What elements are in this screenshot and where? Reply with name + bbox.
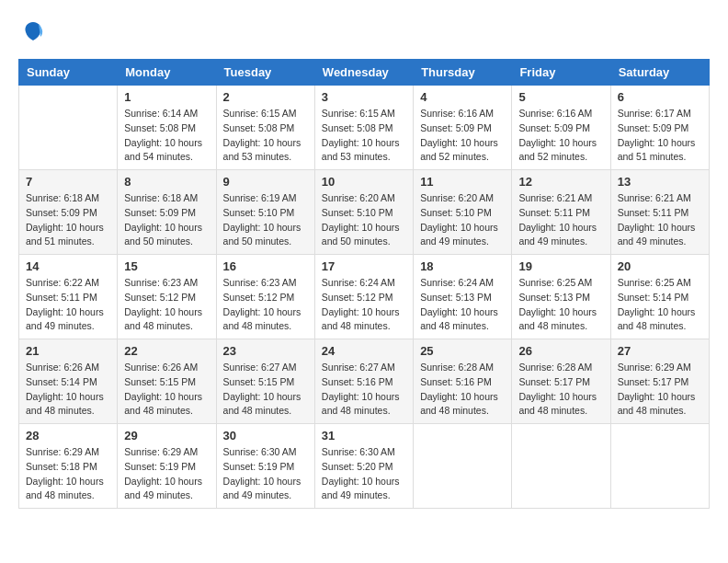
- day-info: Sunrise: 6:23 AM Sunset: 5:12 PM Dayligh…: [223, 276, 308, 334]
- day-cell-0-2: 2 Sunrise: 6:15 AM Sunset: 5:08 PM Dayli…: [216, 86, 314, 170]
- day-cell-1-1: 8 Sunrise: 6:18 AM Sunset: 5:09 PM Dayli…: [118, 170, 216, 255]
- daylight: Daylight: 10 hours and 49 minutes.: [518, 221, 603, 250]
- day-info: Sunrise: 6:18 AM Sunset: 5:09 PM Dayligh…: [26, 191, 110, 249]
- daylight: Daylight: 10 hours and 48 minutes.: [26, 475, 110, 504]
- day-cell-2-3: 17 Sunrise: 6:24 AM Sunset: 5:12 PM Dayl…: [314, 255, 413, 339]
- sunset: Sunset: 5:15 PM: [223, 375, 308, 390]
- day-info: Sunrise: 6:29 AM Sunset: 5:17 PM Dayligh…: [618, 361, 702, 419]
- daylight: Daylight: 10 hours and 48 minutes.: [322, 390, 406, 419]
- col-wednesday: Wednesday: [314, 60, 413, 86]
- sunrise: Sunrise: 6:30 AM: [223, 445, 308, 460]
- sunset: Sunset: 5:15 PM: [124, 375, 209, 390]
- day-cell-2-1: 15 Sunrise: 6:23 AM Sunset: 5:12 PM Dayl…: [118, 255, 216, 339]
- day-number: 20: [618, 259, 702, 273]
- sunset: Sunset: 5:20 PM: [322, 460, 406, 475]
- day-number: 17: [322, 259, 406, 273]
- daylight: Daylight: 10 hours and 50 minutes.: [223, 221, 308, 250]
- col-friday: Friday: [512, 60, 610, 86]
- sunrise: Sunrise: 6:21 AM: [518, 191, 603, 206]
- sunrise: Sunrise: 6:25 AM: [518, 276, 603, 291]
- sunrise: Sunrise: 6:26 AM: [124, 361, 209, 375]
- sunset: Sunset: 5:17 PM: [518, 375, 603, 390]
- day-info: Sunrise: 6:17 AM Sunset: 5:09 PM Dayligh…: [618, 107, 702, 165]
- sunset: Sunset: 5:09 PM: [124, 206, 209, 221]
- day-number: 14: [26, 259, 110, 273]
- day-number: 22: [124, 344, 209, 358]
- daylight: Daylight: 10 hours and 48 minutes.: [420, 305, 505, 335]
- day-cell-0-0: [19, 86, 118, 170]
- sunrise: Sunrise: 6:18 AM: [124, 191, 209, 206]
- week-row-4: 21 Sunrise: 6:26 AM Sunset: 5:14 PM Dayl…: [19, 339, 710, 424]
- daylight: Daylight: 10 hours and 52 minutes.: [420, 136, 505, 166]
- day-info: Sunrise: 6:16 AM Sunset: 5:09 PM Dayligh…: [518, 107, 603, 165]
- day-cell-3-3: 24 Sunrise: 6:27 AM Sunset: 5:16 PM Dayl…: [314, 339, 413, 424]
- day-cell-4-3: 31 Sunrise: 6:30 AM Sunset: 5:20 PM Dayl…: [314, 424, 413, 509]
- sunrise: Sunrise: 6:29 AM: [618, 361, 702, 375]
- daylight: Daylight: 10 hours and 51 minutes.: [618, 136, 702, 166]
- day-number: 1: [124, 90, 209, 104]
- sunrise: Sunrise: 6:16 AM: [420, 107, 505, 121]
- day-cell-4-6: [610, 424, 709, 509]
- daylight: Daylight: 10 hours and 48 minutes.: [322, 305, 406, 335]
- day-info: Sunrise: 6:27 AM Sunset: 5:15 PM Dayligh…: [223, 361, 308, 419]
- sunset: Sunset: 5:12 PM: [223, 291, 308, 305]
- daylight: Daylight: 10 hours and 49 minutes.: [124, 475, 209, 504]
- day-cell-3-6: 27 Sunrise: 6:29 AM Sunset: 5:17 PM Dayl…: [610, 339, 709, 424]
- daylight: Daylight: 10 hours and 48 minutes.: [223, 390, 308, 419]
- sunrise: Sunrise: 6:17 AM: [618, 107, 702, 121]
- day-info: Sunrise: 6:21 AM Sunset: 5:11 PM Dayligh…: [518, 191, 603, 249]
- day-number: 5: [518, 90, 603, 104]
- sunrise: Sunrise: 6:20 AM: [322, 191, 406, 206]
- day-cell-1-0: 7 Sunrise: 6:18 AM Sunset: 5:09 PM Dayli…: [19, 170, 118, 255]
- day-info: Sunrise: 6:26 AM Sunset: 5:14 PM Dayligh…: [26, 361, 110, 419]
- day-info: Sunrise: 6:25 AM Sunset: 5:14 PM Dayligh…: [618, 276, 702, 334]
- day-cell-1-4: 11 Sunrise: 6:20 AM Sunset: 5:10 PM Dayl…: [414, 170, 512, 255]
- sunrise: Sunrise: 6:14 AM: [124, 107, 209, 121]
- sunset: Sunset: 5:19 PM: [124, 460, 209, 475]
- sunrise: Sunrise: 6:25 AM: [618, 276, 702, 291]
- day-number: 15: [124, 259, 209, 273]
- sunset: Sunset: 5:16 PM: [420, 375, 505, 390]
- day-cell-0-4: 4 Sunrise: 6:16 AM Sunset: 5:09 PM Dayli…: [414, 86, 512, 170]
- day-number: 7: [26, 175, 110, 189]
- sunset: Sunset: 5:16 PM: [322, 375, 406, 390]
- day-cell-0-3: 3 Sunrise: 6:15 AM Sunset: 5:08 PM Dayli…: [314, 86, 413, 170]
- sunset: Sunset: 5:14 PM: [618, 291, 702, 305]
- day-cell-4-5: [512, 424, 610, 509]
- day-info: Sunrise: 6:28 AM Sunset: 5:17 PM Dayligh…: [518, 361, 603, 419]
- sunset: Sunset: 5:09 PM: [26, 206, 110, 221]
- daylight: Daylight: 10 hours and 48 minutes.: [124, 305, 209, 335]
- day-number: 4: [420, 90, 505, 104]
- sunrise: Sunrise: 6:29 AM: [124, 445, 209, 460]
- sunrise: Sunrise: 6:30 AM: [322, 445, 406, 460]
- sunset: Sunset: 5:09 PM: [618, 121, 702, 136]
- sunset: Sunset: 5:19 PM: [223, 460, 308, 475]
- day-number: 24: [322, 344, 406, 358]
- daylight: Daylight: 10 hours and 49 minutes.: [420, 221, 505, 250]
- day-number: 31: [322, 429, 406, 442]
- daylight: Daylight: 10 hours and 49 minutes.: [618, 221, 702, 250]
- daylight: Daylight: 10 hours and 53 minutes.: [322, 136, 406, 166]
- day-number: 8: [124, 175, 209, 189]
- day-cell-2-5: 19 Sunrise: 6:25 AM Sunset: 5:13 PM Dayl…: [512, 255, 610, 339]
- day-number: 30: [223, 429, 308, 442]
- day-cell-3-5: 26 Sunrise: 6:28 AM Sunset: 5:17 PM Dayl…: [512, 339, 610, 424]
- day-number: 21: [26, 344, 110, 358]
- day-number: 27: [618, 344, 702, 358]
- day-number: 9: [223, 175, 308, 189]
- col-sunday: Sunday: [19, 60, 118, 86]
- day-info: Sunrise: 6:15 AM Sunset: 5:08 PM Dayligh…: [223, 107, 308, 165]
- sunrise: Sunrise: 6:15 AM: [223, 107, 308, 121]
- daylight: Daylight: 10 hours and 48 minutes.: [420, 390, 505, 419]
- day-info: Sunrise: 6:28 AM Sunset: 5:16 PM Dayligh…: [420, 361, 505, 419]
- day-number: 28: [26, 429, 110, 442]
- sunset: Sunset: 5:11 PM: [26, 291, 110, 305]
- day-info: Sunrise: 6:22 AM Sunset: 5:11 PM Dayligh…: [26, 276, 110, 334]
- sunset: Sunset: 5:12 PM: [322, 291, 406, 305]
- day-info: Sunrise: 6:20 AM Sunset: 5:10 PM Dayligh…: [322, 191, 406, 249]
- daylight: Daylight: 10 hours and 52 minutes.: [518, 136, 603, 166]
- calendar-header-row: Sunday Monday Tuesday Wednesday Thursday…: [19, 60, 710, 86]
- day-info: Sunrise: 6:15 AM Sunset: 5:08 PM Dayligh…: [322, 107, 406, 165]
- daylight: Daylight: 10 hours and 49 minutes.: [322, 475, 406, 504]
- day-number: 6: [618, 90, 702, 104]
